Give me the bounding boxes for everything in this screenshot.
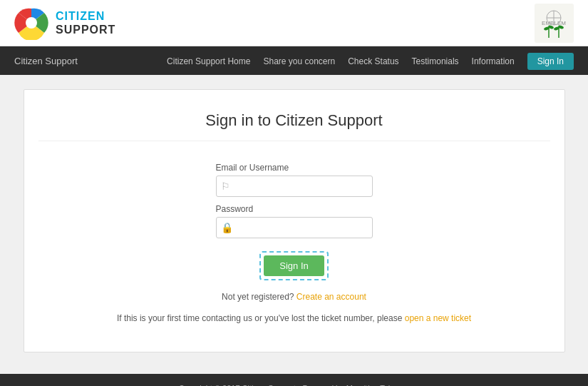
nav-item-testimonials[interactable]: Testimonials [412,55,459,66]
user-icon: ⚐ [221,181,230,192]
lock-icon: 🔒 [221,222,233,233]
logo-icon [14,6,48,40]
signin-card: Sign in to Citizen Support Email or User… [24,89,565,352]
nav-item-concern[interactable]: Share you concern [263,55,335,66]
email-form-group: Email or Username ⚐ [216,163,373,197]
form-area: Email or Username ⚐ Password 🔒 Sign In [38,163,550,323]
logo-support-label: SUPPORT [56,23,115,36]
nav-item-home[interactable]: Citizen Support Home [167,55,250,66]
password-input-wrapper[interactable]: 🔒 [216,217,373,238]
password-input[interactable] [237,223,368,233]
nav-link-information[interactable]: Information [472,56,515,66]
nav-item-status[interactable]: Check Status [348,55,398,66]
email-input[interactable] [234,181,368,192]
main-content: Sign in to Citizen Support Email or User… [0,75,588,367]
top-header: CITIZEN SUPPORT EMBLEM [0,0,588,46]
nav-signin-button[interactable]: Sign In [527,53,574,70]
card-title: Sign in to Citizen Support [38,111,550,141]
nav-link-concern[interactable]: Share you concern [263,56,335,66]
register-text: Not yet registered? Create an account [222,292,366,302]
svg-point-0 [26,17,37,29]
nav-item-information[interactable]: Information [472,55,515,66]
email-input-wrapper[interactable]: ⚐ [216,176,373,197]
nav-bar: Citizen Support Citizen Support Home Sha… [0,46,588,75]
password-form-group: Password 🔒 [216,204,373,238]
logo-citizen-label: CITIZEN [56,9,115,23]
nav-item-signin[interactable]: Sign In [527,55,574,66]
new-ticket-text: If this is your first time contacting us… [117,313,471,323]
logo-area: CITIZEN SUPPORT [14,6,115,40]
nav-link-status[interactable]: Check Status [348,56,398,66]
email-label: Email or Username [216,163,289,173]
password-label: Password [216,204,254,214]
nav-link-home[interactable]: Citizen Support Home [167,56,250,66]
create-account-link[interactable]: Create an account [296,292,366,302]
signin-btn-wrapper: Sign In [259,251,328,280]
new-ticket-link[interactable]: open a new ticket [405,313,471,323]
nav-link-testimonials[interactable]: Testimonials [412,56,459,66]
logo-text: CITIZEN SUPPORT [56,9,115,36]
footer: Copyright © 2017 Citizen Support - Power… [0,374,588,386]
emblem-icon: EMBLEM [535,4,574,43]
nav-brand-label: Citizen Support [14,56,78,66]
nav-links: Citizen Support Home Share you concern C… [167,55,574,66]
signin-button[interactable]: Sign In [264,255,324,276]
